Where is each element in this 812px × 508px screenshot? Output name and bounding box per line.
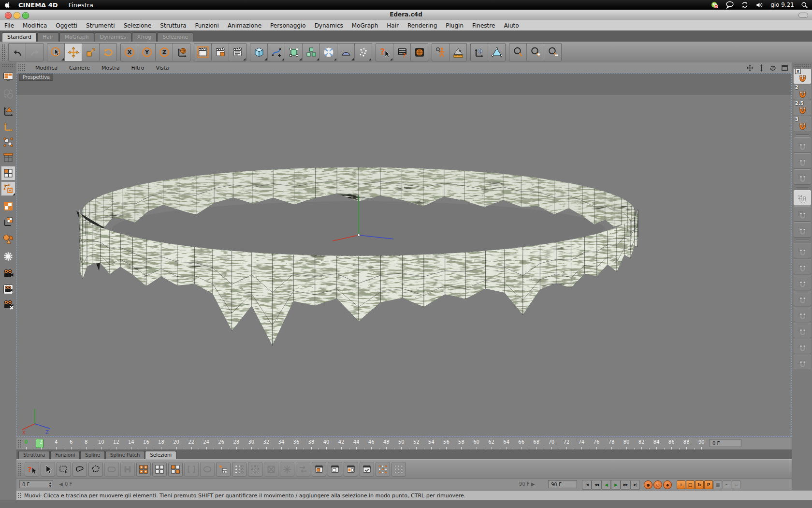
left-toolbar-grip[interactable] — [2, 64, 14, 68]
viewport-menu-camere[interactable]: Camere — [63, 65, 96, 71]
layout-tab-xfrog[interactable]: Xfrog — [132, 32, 157, 42]
layout-tab-mograph[interactable]: MoGraph — [59, 32, 94, 42]
next-key-button[interactable]: ▶▶ — [621, 480, 630, 490]
select-all-icon[interactable] — [136, 462, 151, 477]
autokey-button[interactable]: ○ — [653, 480, 662, 489]
midpoint-snap-icon[interactable] — [794, 275, 811, 290]
hide-unselected-icon[interactable] — [328, 462, 342, 477]
select-connected-icon[interactable] — [264, 462, 278, 477]
outline-selection-icon[interactable] — [184, 462, 199, 477]
previous-key-button[interactable]: ◀◀ — [592, 480, 601, 490]
snap-2d-icon[interactable]: 2 — [794, 85, 811, 100]
lock-x-icon[interactable]: X — [121, 44, 138, 61]
maximize-view-icon[interactable] — [781, 64, 789, 72]
render-settings-icon[interactable] — [229, 44, 246, 61]
goto-end-button[interactable]: ▶| — [630, 480, 640, 490]
add-spline-icon[interactable] — [268, 44, 285, 61]
live-selection-tool-icon[interactable] — [41, 462, 55, 477]
menu-item-funzioni[interactable]: Funzioni — [191, 22, 223, 29]
pan-view-icon[interactable] — [746, 64, 754, 72]
layout-icon[interactable] — [1, 69, 15, 84]
viewport-menu-mostra[interactable]: Mostra — [96, 65, 126, 71]
range-start-arrow[interactable]: ◀ — [59, 481, 63, 487]
menu-item-aiuto[interactable]: Aiuto — [499, 22, 523, 29]
intersection-snap-icon[interactable] — [794, 323, 811, 338]
make-editable-icon[interactable] — [1, 104, 15, 119]
end-frame-field[interactable]: 90 F — [548, 480, 577, 488]
palette-tab-selezioni[interactable]: Selezioni — [145, 451, 176, 459]
layout-tab-selezione[interactable]: Selezione — [157, 32, 193, 42]
apple-menu-icon[interactable] — [5, 1, 12, 9]
scale-tool-icon[interactable] — [82, 44, 100, 61]
layout-tab-dynamics[interactable]: Dynamics — [95, 32, 131, 42]
uv-mode-icon[interactable] — [1, 181, 15, 196]
add-generator-icon[interactable] — [285, 44, 303, 61]
set-selection-icon[interactable] — [376, 462, 390, 477]
transfer-selection-icon[interactable] — [296, 462, 310, 477]
animation-options-toggle[interactable]: ≡ — [732, 480, 740, 489]
texture-mode-icon[interactable] — [1, 199, 15, 213]
zoom-view-icon[interactable] — [757, 64, 766, 72]
viewport-menu-vista[interactable]: Vista — [150, 65, 174, 71]
mac-app-name[interactable]: CINEMA 4D — [18, 1, 58, 9]
menu-item-rendering[interactable]: Rendering — [403, 22, 441, 29]
perpendicular-snap-icon[interactable] — [794, 355, 811, 370]
lock-y-icon[interactable]: Y — [138, 44, 156, 61]
record-pla-toggle[interactable]: ▦ — [713, 480, 722, 489]
palette-tab-funzioni[interactable]: Funzioni — [50, 451, 80, 459]
coordinates-reset-icon[interactable]: 0 — [471, 44, 488, 61]
add-modeling-object-icon[interactable] — [303, 44, 320, 61]
rotate-tool-icon[interactable] — [100, 44, 116, 61]
snap-off-icon[interactable]: x — [794, 69, 811, 84]
polygon-tool-icon[interactable] — [488, 44, 505, 61]
menu-item-oggetti[interactable]: Oggetti — [51, 22, 82, 29]
add-environment-icon[interactable] — [337, 44, 355, 61]
rotate-view-icon[interactable] — [769, 64, 777, 72]
viewport-menu-modifica[interactable]: Modifica — [29, 65, 63, 71]
menu-item-file[interactable]: File — [0, 22, 18, 29]
status-bar-grip[interactable] — [17, 493, 21, 499]
axis-snap-icon[interactable] — [794, 243, 811, 258]
snap-25d-icon[interactable]: 2.5 — [794, 101, 811, 116]
measure-tool-icon[interactable]: α — [450, 44, 466, 61]
layout-tab-standard[interactable]: Standard — [2, 32, 37, 42]
menu-item-animazione[interactable]: Animazione — [223, 22, 266, 29]
tangent-snap-icon[interactable] — [794, 339, 811, 354]
rectangle-selection-icon[interactable] — [57, 462, 71, 477]
menu-item-dynamics[interactable]: Dynamics — [310, 22, 348, 29]
timeline-ruler[interactable]: 0246810121416182022242628303234363840424… — [16, 437, 792, 450]
world-coordinates-icon[interactable] — [1, 87, 15, 101]
menu-item-hair[interactable]: Hair — [382, 22, 403, 29]
object-filter-icon[interactable] — [1, 232, 15, 246]
soft-selection-icon[interactable] — [232, 462, 246, 477]
grid-line-snap-icon[interactable] — [794, 169, 811, 185]
fill-selection-icon[interactable] — [200, 462, 215, 477]
commander-help-icon[interactable]: ? — [376, 44, 393, 61]
coordinate-system-icon[interactable] — [173, 44, 190, 61]
sync-icon[interactable] — [741, 1, 749, 9]
play-forward-button[interactable]: ▶ — [611, 480, 621, 490]
move-tool-icon[interactable] — [65, 44, 82, 61]
toolbar-grip[interactable] — [1, 44, 6, 60]
render-picture-viewer-icon[interactable] — [212, 44, 229, 61]
spline-snap-icon[interactable] — [794, 307, 811, 322]
live-selection-icon[interactable] — [47, 44, 65, 61]
camera-off-icon[interactable] — [1, 298, 15, 312]
record-parameter-toggle[interactable]: P — [704, 480, 713, 489]
zoom-out-icon[interactable] — [544, 44, 561, 61]
adium-icon[interactable] — [710, 1, 719, 9]
character-tool-icon[interactable] — [432, 44, 450, 61]
record-keyframe-button[interactable]: ● — [644, 480, 652, 489]
zoom-tool-icon[interactable] — [509, 44, 527, 61]
menu-item-plugin[interactable]: Plugin — [441, 22, 468, 29]
restore-selection-icon[interactable] — [392, 462, 406, 477]
hud-icon[interactable]: ? — [393, 44, 411, 61]
keyframe-selection-button[interactable]: ◆ — [663, 480, 672, 489]
lasso-selection-icon[interactable] — [72, 462, 87, 477]
content-browser-icon[interactable] — [411, 44, 428, 61]
polygon-snap-icon[interactable] — [794, 222, 811, 238]
record-rotation-toggle[interactable]: ↻ — [695, 480, 704, 489]
hide-selected-icon[interactable] — [312, 462, 326, 477]
menu-item-selezione[interactable]: Selezione — [119, 22, 156, 29]
texture-axis-mode-icon[interactable] — [1, 214, 15, 229]
